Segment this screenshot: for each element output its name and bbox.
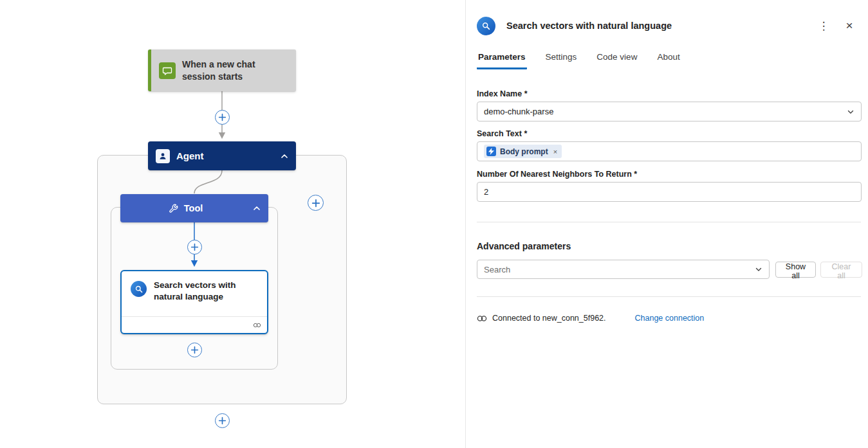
index-name-label: Index Name * [477,89,528,98]
add-action-button-3[interactable] [187,343,202,357]
vector-search-icon [131,281,147,297]
section-divider [477,296,861,297]
advanced-search-input[interactable] [484,265,755,274]
dynamic-content-icon [486,147,496,156]
chevron-down-icon [847,108,854,116]
chevron-up-icon[interactable] [281,153,288,159]
neighbors-field [477,182,862,202]
remove-token-icon[interactable]: × [553,148,557,156]
connection-link-icon [477,315,487,322]
tool-title: Tool [184,203,203,213]
neighbors-label: Number Of Nearest Neighbors To Return * [477,170,637,179]
tool-card[interactable]: Tool [120,194,268,222]
panel-title: Search vectors with natural language [506,21,672,31]
connection-row: Connected to new_conn_5f962. Change conn… [477,314,704,323]
panel-tabs: Parameters Settings Code view About [477,51,681,69]
workflow-canvas[interactable]: When a new chat session starts Agent [0,0,465,448]
action-title: Search vectors with natural language [154,280,252,303]
workflow-designer-app: { "canvas": { "trigger": { "title": "Whe… [0,0,868,448]
search-text-input[interactable]: Body prompt × [477,141,862,161]
trigger-title: When a new chat session starts [182,58,288,83]
chat-trigger-icon [159,62,176,79]
trigger-card-chat-session[interactable]: When a new chat session starts [148,49,296,91]
tab-about[interactable]: About [656,51,681,69]
agent-card[interactable]: Agent [148,141,296,170]
neighbors-input[interactable] [484,187,854,197]
index-name-value: demo-chunk-parse [484,107,553,116]
action-card-footer [122,316,267,333]
search-text-label: Search Text * [477,129,527,138]
token-label: Body prompt [500,147,548,156]
tab-parameters[interactable]: Parameters [477,51,527,69]
vector-search-icon [477,17,495,35]
agent-title: Agent [176,150,204,161]
agent-icon [156,149,170,163]
dynamic-content-token[interactable]: Body prompt × [484,145,562,158]
add-action-button-4[interactable] [215,413,230,428]
wrench-icon [169,204,178,213]
plus-icon [311,199,320,208]
index-name-dropdown[interactable]: demo-chunk-parse [477,102,862,121]
tab-settings[interactable]: Settings [544,51,578,69]
chevron-up-icon[interactable] [253,205,261,211]
section-divider [477,222,861,222]
advanced-search-combobox [477,260,770,279]
close-icon[interactable]: × [842,18,857,33]
plus-icon [218,417,226,425]
connection-badge-icon [253,322,261,328]
chevron-down-icon[interactable] [755,265,762,273]
add-action-button-2[interactable] [187,240,202,255]
advanced-parameters-title: Advanced parameters [477,241,571,251]
action-card-search-vectors[interactable]: Search vectors with natural language [120,270,268,334]
clear-all-button[interactable]: Clear all [820,262,862,278]
add-action-button-1[interactable] [215,110,230,125]
panel-header: Search vectors with natural language ⋮ × [477,15,857,36]
plus-icon [218,113,226,121]
add-tool-button[interactable] [308,195,324,211]
tab-code-view[interactable]: Code view [595,51,638,69]
more-options-icon[interactable]: ⋮ [816,18,831,33]
change-connection-link[interactable]: Change connection [635,314,705,323]
show-all-button[interactable]: Show all [775,262,816,278]
connection-status-text: Connected to new_conn_5f962. [492,314,606,323]
plus-icon [190,346,199,354]
action-details-panel: Search vectors with natural language ⋮ ×… [465,0,868,448]
plus-icon [190,243,199,251]
